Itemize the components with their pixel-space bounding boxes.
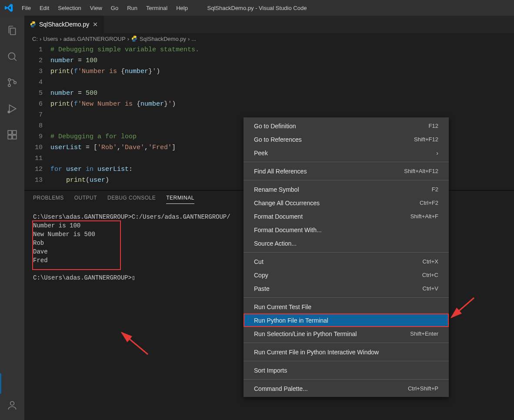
context-menu-item[interactable]: Format DocumentShift+Alt+F bbox=[244, 210, 449, 223]
context-menu-label: Run Current Test File bbox=[254, 303, 311, 310]
accounts-icon[interactable] bbox=[2, 395, 23, 416]
code-line[interactable]: number = 500 bbox=[50, 88, 514, 99]
code-token: = [ bbox=[82, 144, 97, 151]
context-menu-item[interactable]: Change All OccurrencesCtrl+F2 bbox=[244, 196, 449, 210]
code-token: print bbox=[50, 68, 70, 75]
menu-terminal[interactable]: Terminal bbox=[142, 2, 172, 14]
code-line[interactable] bbox=[50, 77, 514, 88]
panel-tab-debug-console[interactable]: DEBUG CONSOLE bbox=[107, 195, 156, 204]
context-menu-label: Source Action... bbox=[254, 240, 297, 247]
code-token: 'New Number is bbox=[78, 100, 137, 108]
context-menu-item[interactable]: PasteCtrl+V bbox=[244, 282, 449, 295]
code-token: 100 bbox=[86, 57, 97, 64]
line-number: 8 bbox=[24, 120, 43, 131]
code-token: # Debugging simple variable statments. bbox=[50, 46, 199, 53]
context-menu-label: Sort Imports bbox=[254, 367, 287, 374]
breadcrumb-file[interactable]: SqlShackDemo.py bbox=[140, 36, 186, 42]
context-menu-item[interactable]: Sort Imports bbox=[244, 363, 449, 377]
line-number: 4 bbox=[24, 77, 43, 88]
breadcrumb[interactable]: C: › Users › adas.GANTNERGROUP › SqlShac… bbox=[24, 33, 514, 44]
context-menu-item[interactable]: Format Document With... bbox=[244, 223, 449, 237]
code-token: } bbox=[164, 100, 168, 108]
code-line[interactable]: number = 100 bbox=[50, 55, 514, 66]
context-menu-item[interactable]: Run Current File in Python Interactive W… bbox=[244, 345, 449, 359]
editor-tab[interactable]: SqlShackDemo.py bbox=[24, 16, 104, 33]
code-token: ( bbox=[70, 100, 74, 108]
activity-bar bbox=[0, 16, 24, 420]
python-file-icon bbox=[131, 35, 138, 42]
context-menu-item[interactable]: CutCtrl+X bbox=[244, 255, 449, 268]
code-token: , bbox=[117, 144, 121, 151]
menu-view[interactable]: View bbox=[86, 2, 107, 14]
context-menu-shortcut: Ctrl+X bbox=[423, 258, 438, 265]
context-menu-separator bbox=[244, 379, 449, 380]
menu-help[interactable]: Help bbox=[172, 2, 192, 14]
menu-selection[interactable]: Selection bbox=[53, 2, 85, 14]
breadcrumb-trail[interactable]: ... bbox=[191, 36, 196, 42]
source-control-icon[interactable] bbox=[2, 72, 23, 93]
chevron-right-icon: › bbox=[436, 150, 438, 157]
line-number-gutter: 12345678910111213 bbox=[24, 44, 50, 186]
context-menu-label: Peek bbox=[254, 150, 268, 157]
menu-file[interactable]: File bbox=[17, 2, 35, 14]
code-line[interactable]: print(f'New Number is {number}') bbox=[50, 99, 514, 110]
context-menu-item[interactable]: CopyCtrl+C bbox=[244, 268, 449, 282]
code-token: ' bbox=[168, 100, 172, 108]
context-menu-label: Cut bbox=[254, 258, 264, 265]
context-menu-label: Format Document bbox=[254, 213, 303, 220]
chevron-right-icon: › bbox=[40, 36, 41, 42]
context-menu-item[interactable]: Run Selection/Line in Python TerminalShi… bbox=[244, 327, 449, 340]
menu-bar: FileEditSelectionViewGoRunTerminalHelp bbox=[17, 2, 192, 14]
context-menu-item[interactable]: Command Palette...Ctrl+Shift+P bbox=[244, 382, 449, 395]
context-menu-label: Change All Occurrences bbox=[254, 200, 320, 207]
breadcrumb-segment[interactable]: C: bbox=[32, 36, 38, 42]
code-token: ] bbox=[172, 144, 176, 151]
code-token bbox=[50, 177, 66, 184]
context-menu-separator bbox=[244, 252, 449, 253]
breadcrumb-segment[interactable]: Users bbox=[43, 36, 58, 42]
context-menu-label: Format Document With... bbox=[254, 227, 322, 233]
svg-rect-9 bbox=[13, 130, 17, 134]
menu-edit[interactable]: Edit bbox=[35, 2, 53, 14]
context-menu-separator bbox=[244, 361, 449, 361]
code-token: { bbox=[137, 100, 140, 108]
extensions-icon[interactable] bbox=[2, 124, 23, 145]
chevron-right-icon: › bbox=[60, 36, 61, 42]
context-menu-item[interactable]: Source Action... bbox=[244, 237, 449, 250]
explorer-icon[interactable] bbox=[2, 20, 23, 41]
context-menu-item[interactable]: Run Current Test File bbox=[244, 300, 449, 313]
menu-run[interactable]: Run bbox=[123, 2, 142, 14]
context-menu-shortcut: Shift+Alt+F bbox=[411, 213, 438, 220]
code-token: } bbox=[148, 68, 152, 75]
context-menu-shortcut: Shift+F12 bbox=[414, 136, 438, 143]
context-menu-label: Run Current File in Python Interactive W… bbox=[254, 349, 379, 356]
panel-tab-terminal[interactable]: TERMINAL bbox=[166, 195, 194, 204]
search-icon[interactable] bbox=[2, 46, 23, 67]
run-debug-icon[interactable] bbox=[2, 98, 23, 119]
close-tab-icon[interactable] bbox=[92, 21, 99, 28]
code-token: ( bbox=[70, 68, 74, 75]
panel-tab-problems[interactable]: PROBLEMS bbox=[33, 195, 64, 204]
context-menu-item[interactable]: Peek› bbox=[244, 146, 449, 160]
context-menu-item[interactable]: Go to ReferencesShift+F12 bbox=[244, 133, 449, 146]
code-token: { bbox=[121, 68, 125, 75]
context-menu-separator bbox=[244, 180, 449, 180]
panel-tab-output[interactable]: OUTPUT bbox=[74, 195, 97, 204]
context-menu-item[interactable]: Rename SymbolF2 bbox=[244, 183, 449, 196]
context-menu-item[interactable]: Find All ReferencesShift+Alt+F12 bbox=[244, 164, 449, 178]
context-menu-item[interactable]: Go to DefinitionF12 bbox=[244, 119, 449, 133]
code-token: = bbox=[74, 57, 86, 64]
context-menu-label: Run Selection/Line in Python Terminal bbox=[254, 330, 357, 337]
context-menu-item[interactable]: Run Python File in Terminal bbox=[244, 313, 449, 327]
context-menu-separator bbox=[244, 343, 449, 343]
code-line[interactable]: print(f'Number is {number}') bbox=[50, 66, 514, 77]
editor-tabs: SqlShackDemo.py bbox=[24, 16, 514, 33]
code-line[interactable]: # Debugging simple variable statments. bbox=[50, 44, 514, 55]
code-token: number bbox=[50, 57, 74, 64]
menu-go[interactable]: Go bbox=[107, 2, 123, 14]
code-token: user bbox=[66, 166, 82, 173]
breadcrumb-segment[interactable]: adas.GANTNERGROUP bbox=[63, 36, 126, 42]
context-menu-shortcut: Ctrl+Shift+P bbox=[408, 385, 438, 392]
context-menu: Go to DefinitionF12Go to ReferencesShift… bbox=[244, 117, 449, 397]
code-token: for bbox=[50, 166, 62, 173]
